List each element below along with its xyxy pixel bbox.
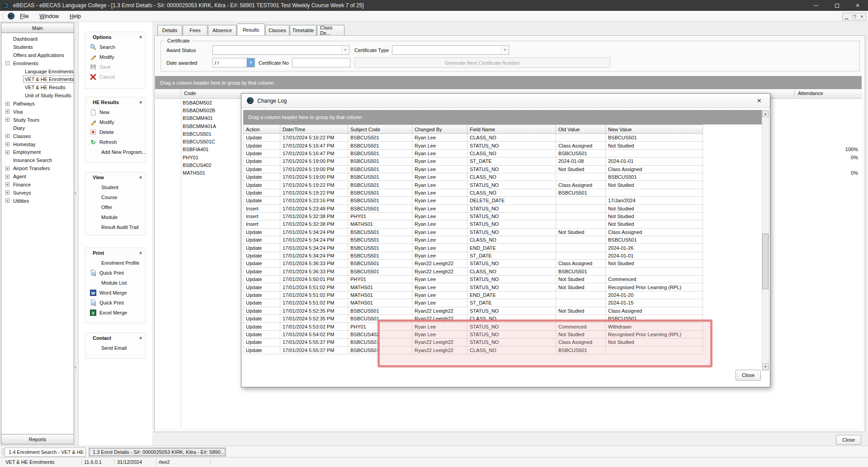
dropdown-arrow-icon[interactable]: ▼	[501, 46, 509, 54]
dialog-group-by-bar[interactable]: Drag a column header here to group by th…	[243, 110, 763, 124]
code-column-header[interactable]: Code	[184, 91, 196, 96]
sidebar-item-vet-he-results[interactable]: VET & HE Results	[2, 83, 73, 91]
excel-merge-button[interactable]: X Excel Merge	[85, 308, 145, 318]
change-log-row[interactable]: Update 17/01/2024 5:34:24 PM BSBCUS501 R…	[244, 252, 703, 259]
delete-button[interactable]: Delete	[85, 127, 145, 137]
change-log-row[interactable]: Update 17/01/2024 5:16:47 PM BSBCUS501 R…	[244, 142, 703, 149]
sidebar-item-diary[interactable]: Diary	[2, 124, 73, 132]
expand-box-icon[interactable]: +	[5, 182, 9, 186]
change-log-row[interactable]: Update 17/01/2024 5:19:00 PM BSBCUS501 R…	[244, 157, 703, 165]
mdi-close-icon[interactable]: ✕	[858, 13, 866, 20]
view-student-button[interactable]: Student	[85, 182, 145, 192]
certificate-type-combobox[interactable]: ▼	[392, 45, 509, 55]
change-log-row[interactable]: Update 17/01/2024 5:51:02 PM MATHS01 Rya…	[244, 283, 703, 291]
view-result-audit-trail-button[interactable]: Result Audit Trail	[85, 222, 145, 232]
view-module-button[interactable]: Module	[85, 212, 145, 222]
send-email-button[interactable]: Send Email	[85, 343, 145, 353]
column-header-action[interactable]: Action	[244, 125, 280, 134]
dialog-title-bar[interactable]: Change Log ✕	[241, 94, 770, 108]
dialog-vertical-scrollbar[interactable]: ▲ ▼	[762, 110, 769, 371]
chevron-up-icon[interactable]: «	[138, 101, 144, 104]
expand-box-icon[interactable]: +	[5, 150, 9, 154]
change-log-row[interactable]: Update 17/01/2024 5:34:24 PM BSBCUS501 R…	[244, 236, 703, 244]
sidebar-item-homestay[interactable]: +Homestay	[2, 140, 73, 148]
task-tab-enrol-details[interactable]: 1.3 Enrol Details - S#: 0000025053 KIRK,…	[89, 448, 226, 457]
change-log-row[interactable]: Update 17/01/2024 5:34:24 PM BSBCUS501 R…	[244, 228, 703, 236]
sidebar-item-insurance-search[interactable]: Insurance Search	[2, 156, 73, 164]
change-log-row[interactable]: Update 17/01/2024 5:50:01 PM PHY01 Ryan …	[244, 276, 703, 283]
date-awarded-picker[interactable]: / / ▼	[212, 58, 255, 67]
sidebar-item-dashboard[interactable]: Dashboard	[2, 35, 73, 43]
mdi-minimize-icon[interactable]: ▁	[843, 13, 850, 20]
change-log-row[interactable]: Update 17/01/2024 5:36:33 PM BSBCUS501 R…	[244, 260, 703, 267]
search-button[interactable]: Search	[85, 42, 145, 52]
tab-absence[interactable]: Absence	[208, 25, 236, 35]
scroll-up-icon[interactable]: ▲	[762, 110, 769, 117]
reports-bar[interactable]: Reports	[1, 434, 74, 444]
chevron-up-icon[interactable]: «	[138, 176, 144, 179]
change-log-row[interactable]: Update 17/01/2024 5:36:33 PM BSBCUS501 R…	[244, 267, 703, 275]
expand-box-icon[interactable]: +	[5, 110, 9, 114]
tab-fees[interactable]: Fees	[183, 25, 208, 35]
attendance-column-header[interactable]: Attendance	[798, 91, 823, 96]
change-log-row[interactable]: Update 17/01/2024 5:19:00 PM BSBCUS501 R…	[244, 165, 703, 173]
sidebar-item-study-tours[interactable]: +Study Tours	[2, 116, 73, 124]
dialog-close-x-icon[interactable]: ✕	[754, 96, 764, 105]
save-button[interactable]: Save	[85, 62, 145, 72]
close-window-button[interactable]: ✕	[847, 0, 868, 11]
expand-box-icon[interactable]: +	[5, 191, 9, 195]
modify-button[interactable]: Modify	[85, 52, 145, 62]
new-button[interactable]: New	[85, 107, 145, 117]
tab-details[interactable]: Details	[157, 25, 182, 35]
sidebar-item-offers-applications[interactable]: Offers and Applications	[2, 51, 73, 59]
sidebar-splitter[interactable]: ‹ ‹	[74, 22, 79, 446]
view-offer-button[interactable]: Offer	[85, 202, 145, 212]
change-log-row[interactable]: Insert 17/01/2024 5:32:38 PM PHY01 Ryan …	[244, 212, 703, 220]
change-log-row[interactable]: Update 17/01/2024 5:16:22 PM BSBCUS501 R…	[244, 134, 703, 142]
chevron-up-icon[interactable]: «	[138, 252, 144, 254]
sidebar-item-vet-he-enrolments[interactable]: VET & HE Enrolments	[2, 75, 73, 83]
expand-box-icon[interactable]: +	[5, 118, 9, 122]
change-log-row[interactable]: Insert 17/01/2024 5:23:49 PM BSBCUS501 R…	[244, 205, 703, 212]
expand-box-icon[interactable]: +	[5, 102, 9, 106]
tab-results[interactable]: Results	[237, 24, 265, 35]
sidebar-item-finance[interactable]: +Finance	[2, 181, 73, 189]
view-course-button[interactable]: Course	[85, 192, 145, 202]
column-header-subject-code[interactable]: Subject Code	[348, 125, 412, 134]
add-new-program-button[interactable]: Add New Program...	[85, 147, 145, 157]
sidebar-item-agent[interactable]: +Agent	[2, 172, 73, 181]
sidebar-item-enrolments[interactable]: -Enrolments	[2, 59, 73, 67]
sidebar-item-language-enrolments[interactable]: Language Enrolments	[2, 67, 73, 76]
sidebar-item-unit-of-study-results[interactable]: Unit of Study Results	[2, 91, 73, 100]
grid-group-by-bar[interactable]: Drag a column header here to group by th…	[155, 76, 862, 89]
collapse-chevron-icon[interactable]: ‹	[75, 190, 76, 195]
quick-print-button-2[interactable]: Quick Print	[85, 298, 145, 308]
sidebar-item-airport-transfers[interactable]: +Airport Transfers	[2, 164, 73, 172]
tab-class-details[interactable]: Class De...	[317, 25, 344, 35]
mdi-restore-icon[interactable]: ❐	[850, 13, 858, 20]
change-log-row[interactable]: Update 17/01/2024 5:23:16 PM BSBCUS501 R…	[244, 197, 703, 205]
enrolment-profile-button[interactable]: Enrolment Profile	[85, 258, 145, 268]
chevron-up-icon[interactable]: «	[138, 36, 144, 38]
award-status-combobox[interactable]: ▼	[212, 45, 349, 55]
collapse-chevron-icon[interactable]: ‹	[75, 364, 76, 370]
column-header-old-value[interactable]: Old Value	[556, 125, 606, 134]
column-header-datetime[interactable]: Date/Time	[280, 125, 348, 134]
quick-print-button[interactable]: Quick Print	[85, 268, 145, 278]
change-log-row[interactable]: Update 17/01/2024 5:51:02 PM MATHS01 Rya…	[244, 299, 703, 307]
minimize-button[interactable]	[806, 0, 826, 11]
task-tab-enrolment-search[interactable]: 1.4 Enrolment Search - VET & HE	[5, 448, 86, 457]
change-log-row[interactable]: Update 17/01/2024 5:16:47 PM BSBCUS501 R…	[244, 149, 703, 157]
column-header-field-name[interactable]: Field Name	[467, 125, 556, 134]
tab-timetable[interactable]: Timetable	[290, 25, 316, 35]
modify-result-button[interactable]: Modify	[85, 117, 145, 127]
sidebar-item-students[interactable]: Students	[2, 43, 73, 51]
chevron-up-icon[interactable]: «	[138, 337, 144, 339]
change-log-row[interactable]: Update 17/01/2024 5:19:22 PM BSBCUS501 R…	[244, 189, 703, 196]
sidebar-item-employment[interactable]: +Employment	[2, 148, 73, 156]
menu-window[interactable]: Window	[34, 12, 64, 21]
tab-classes[interactable]: Classes	[265, 25, 289, 35]
scrollbar-thumb[interactable]	[762, 234, 769, 289]
expand-box-icon[interactable]: +	[5, 175, 9, 179]
collapse-box-icon[interactable]: -	[5, 61, 9, 65]
